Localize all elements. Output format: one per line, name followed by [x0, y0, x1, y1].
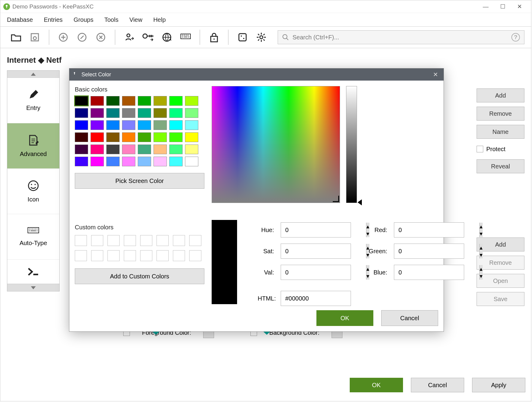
- basic-swatch[interactable]: [154, 157, 167, 166]
- basic-swatch[interactable]: [169, 132, 183, 142]
- add-entry-icon[interactable]: [54, 30, 72, 45]
- basic-swatch[interactable]: [75, 120, 88, 130]
- basic-swatch[interactable]: [138, 108, 151, 118]
- basic-swatch[interactable]: [138, 145, 151, 154]
- basic-swatch[interactable]: [106, 96, 120, 106]
- basic-swatch[interactable]: [154, 96, 167, 106]
- search-input[interactable]: [292, 34, 508, 41]
- basic-swatch[interactable]: [75, 132, 88, 142]
- basic-swatch[interactable]: [185, 145, 198, 154]
- basic-swatch[interactable]: [185, 157, 198, 166]
- lock-icon[interactable]: [205, 30, 223, 45]
- close-button[interactable]: ✕: [511, 2, 528, 12]
- custom-swatch[interactable]: [75, 250, 87, 261]
- basic-swatch[interactable]: [91, 145, 104, 154]
- basic-swatch[interactable]: [138, 132, 151, 142]
- value-strip[interactable]: [346, 86, 357, 203]
- settings-icon[interactable]: [252, 30, 270, 45]
- basic-swatch[interactable]: [169, 96, 183, 106]
- custom-swatch[interactable]: [124, 250, 136, 261]
- copy-password-icon[interactable]: [139, 30, 157, 45]
- help-icon[interactable]: ?: [511, 33, 520, 42]
- basic-swatch[interactable]: [185, 120, 198, 130]
- ok-button[interactable]: OK: [350, 378, 403, 392]
- basic-swatch[interactable]: [154, 120, 167, 130]
- sidenav-scroll-down[interactable]: [7, 284, 59, 291]
- basic-swatch[interactable]: [106, 132, 120, 142]
- menu-view[interactable]: View: [129, 16, 142, 23]
- basic-swatch[interactable]: [122, 108, 135, 118]
- basic-swatch[interactable]: [185, 108, 198, 118]
- cancel-button[interactable]: Cancel: [411, 378, 464, 392]
- basic-swatch[interactable]: [122, 96, 135, 106]
- delete-entry-icon[interactable]: [92, 30, 110, 45]
- custom-swatch[interactable]: [157, 250, 169, 261]
- red-input[interactable]: ▴▾: [394, 222, 464, 238]
- save-database-icon[interactable]: [26, 30, 44, 45]
- blue-input[interactable]: ▴▾: [394, 265, 464, 280]
- basic-swatch[interactable]: [91, 120, 104, 130]
- basic-swatch[interactable]: [122, 132, 135, 142]
- basic-swatch[interactable]: [122, 157, 135, 166]
- basic-swatch[interactable]: [122, 145, 135, 154]
- password-generator-icon[interactable]: [233, 30, 252, 45]
- sidenav-autotype[interactable]: Auto-Type: [7, 214, 59, 260]
- basic-swatch[interactable]: [91, 96, 104, 106]
- minimize-button[interactable]: —: [477, 2, 494, 12]
- open-database-icon[interactable]: [7, 30, 25, 45]
- dialog-cancel-button[interactable]: Cancel: [381, 310, 438, 326]
- basic-swatch[interactable]: [91, 132, 104, 142]
- basic-swatch[interactable]: [138, 157, 151, 166]
- basic-swatch[interactable]: [91, 108, 104, 118]
- basic-swatch[interactable]: [154, 108, 167, 118]
- dialog-close-button[interactable]: ✕: [431, 71, 440, 78]
- val-input[interactable]: ▴▾: [281, 265, 351, 280]
- custom-swatch[interactable]: [189, 235, 201, 246]
- basic-swatch[interactable]: [169, 157, 183, 166]
- attr-remove-button[interactable]: Remove: [477, 107, 524, 121]
- basic-swatch[interactable]: [185, 132, 198, 142]
- autotype-icon[interactable]: [177, 30, 195, 45]
- basic-swatch[interactable]: [75, 108, 88, 118]
- edit-entry-icon[interactable]: [73, 30, 91, 45]
- copy-username-icon[interactable]: [120, 30, 138, 45]
- menu-help[interactable]: Help: [153, 16, 166, 23]
- menu-groups[interactable]: Groups: [74, 16, 94, 23]
- sidenav-more[interactable]: [7, 260, 59, 284]
- custom-swatch[interactable]: [140, 250, 152, 261]
- menu-entries[interactable]: Entries: [44, 16, 63, 23]
- attach-add-button[interactable]: Add: [477, 238, 524, 251]
- basic-swatch[interactable]: [169, 145, 183, 154]
- basic-swatch[interactable]: [122, 120, 135, 130]
- attach-remove-button[interactable]: Remove: [477, 256, 524, 270]
- attach-save-button[interactable]: Save: [477, 292, 524, 306]
- basic-swatch[interactable]: [154, 145, 167, 154]
- basic-swatch[interactable]: [169, 108, 183, 118]
- basic-swatch[interactable]: [75, 157, 88, 166]
- value-pointer[interactable]: [358, 199, 362, 205]
- green-input[interactable]: ▴▾: [394, 244, 464, 259]
- custom-swatch[interactable]: [124, 235, 136, 246]
- basic-swatch[interactable]: [106, 120, 120, 130]
- basic-swatch[interactable]: [106, 145, 120, 154]
- attr-name-button[interactable]: Name: [477, 125, 524, 139]
- custom-swatch[interactable]: [107, 250, 120, 261]
- basic-swatch[interactable]: [106, 108, 120, 118]
- attach-open-button[interactable]: Open: [477, 274, 524, 288]
- sidenav-scroll-up[interactable]: [7, 71, 59, 78]
- basic-swatch[interactable]: [91, 157, 104, 166]
- custom-swatch[interactable]: [173, 235, 185, 246]
- add-custom-color-button[interactable]: Add to Custom Colors: [75, 268, 204, 284]
- basic-swatch[interactable]: [138, 120, 151, 130]
- maximize-button[interactable]: ☐: [494, 2, 511, 12]
- basic-swatch[interactable]: [138, 96, 151, 106]
- attr-add-button[interactable]: Add: [477, 88, 524, 102]
- attr-reveal-button[interactable]: Reveal: [477, 159, 524, 173]
- menu-database[interactable]: Database: [7, 16, 33, 23]
- apply-button[interactable]: Apply: [472, 378, 525, 392]
- custom-swatch[interactable]: [189, 250, 201, 261]
- sidenav-entry[interactable]: Entry: [7, 78, 59, 123]
- custom-swatch[interactable]: [157, 235, 169, 246]
- sidenav-advanced[interactable]: Advanced: [7, 123, 59, 169]
- basic-swatch[interactable]: [106, 157, 120, 166]
